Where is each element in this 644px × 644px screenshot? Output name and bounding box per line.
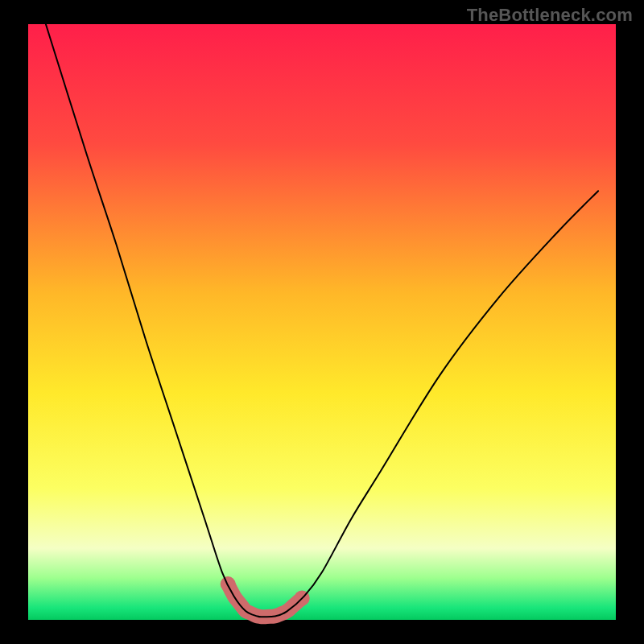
bottleneck-chart [0, 0, 644, 644]
gradient-background [28, 24, 616, 620]
watermark-text: TheBottleneck.com [467, 5, 633, 26]
chart-frame: TheBottleneck.com [0, 0, 644, 644]
